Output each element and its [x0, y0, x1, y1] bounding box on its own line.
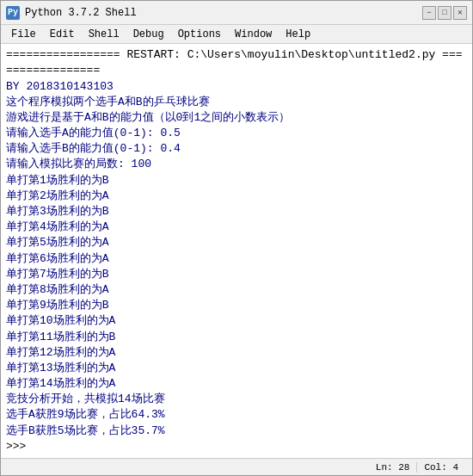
menu-item-file[interactable]: File: [4, 27, 43, 42]
shell-line: 选手A获胜9场比赛，占比64.3%: [6, 407, 467, 423]
close-button[interactable]: ✕: [453, 6, 467, 20]
shell-line: 单打第14场胜利的为A: [6, 376, 467, 392]
shell-line: BY 2018310143103: [6, 79, 467, 95]
col-indicator: Col: 4: [416, 462, 465, 473]
shell-line: 单打第13场胜利的为A: [6, 361, 467, 376]
shell-line: 请输入模拟比赛的局数: 100: [6, 157, 467, 172]
shell-line: 单打第5场胜利的为A: [6, 235, 467, 250]
shell-line: 请输入选手A的能力值(0-1): 0.5: [6, 126, 467, 141]
shell-line: 竞技分析开始，共模拟14场比赛: [6, 392, 467, 407]
menu-item-shell[interactable]: Shell: [82, 27, 126, 42]
shell-line: 单打第11场胜利的为B: [6, 330, 467, 345]
shell-line: 单打第8场胜利的为A: [6, 282, 467, 298]
menu-item-edit[interactable]: Edit: [43, 27, 82, 42]
minimize-button[interactable]: −: [422, 6, 436, 20]
shell-line: 单打第10场胜利的为A: [6, 313, 467, 329]
line-indicator: Ln: 28: [369, 462, 417, 473]
shell-output[interactable]: Python 3.7.2 (tags/v3.7.2:9a3ffc0492, De…: [1, 44, 472, 458]
shell-line: 选手B获胜5场比赛，占比35.7%: [6, 423, 467, 439]
shell-line: 单打第6场胜利的为A: [6, 251, 467, 267]
shell-line: 单打第7场胜利的为B: [6, 267, 467, 282]
window-controls: − □ ✕: [422, 6, 467, 20]
shell-line: >>>: [6, 439, 467, 454]
shell-line: 单打第3场胜利的为B: [6, 204, 467, 219]
title-bar: Py Python 3.7.2 Shell − □ ✕: [1, 1, 472, 25]
shell-line: 单打第4场胜利的为A: [6, 219, 467, 235]
shell-line: 单打第12场胜利的为A: [6, 345, 467, 361]
menu-item-window[interactable]: Window: [228, 27, 279, 42]
shell-line: 单打第1场胜利的为B: [6, 173, 467, 189]
menu-item-options[interactable]: Options: [171, 27, 228, 42]
menu-item-help[interactable]: Help: [279, 27, 317, 42]
app-icon: Py: [6, 6, 20, 20]
maximize-button[interactable]: □: [438, 6, 452, 20]
title-bar-left: Py Python 3.7.2 Shell: [6, 6, 137, 20]
shell-line: 游戏进行是基于A和B的能力值（以0到1之间的小数表示）: [6, 110, 467, 126]
shell-line: 请输入选手B的能力值(0-1): 0.4: [6, 141, 467, 157]
menu-bar: FileEditShellDebugOptionsWindowHelp: [1, 25, 472, 44]
shell-line: ================= RESTART: C:\Users\moyu…: [6, 47, 467, 78]
shell-line: 这个程序模拟两个选手A和B的乒乓球比赛: [6, 95, 467, 110]
shell-line: 单打第2场胜利的为A: [6, 189, 467, 204]
shell-line: 单打第9场胜利的为B: [6, 298, 467, 313]
window-title: Python 3.7.2 Shell: [25, 7, 137, 19]
main-window: Py Python 3.7.2 Shell − □ ✕ FileEditShel…: [0, 0, 473, 476]
menu-item-debug[interactable]: Debug: [126, 27, 171, 42]
status-bar: Ln: 28 Col: 4: [1, 458, 472, 475]
